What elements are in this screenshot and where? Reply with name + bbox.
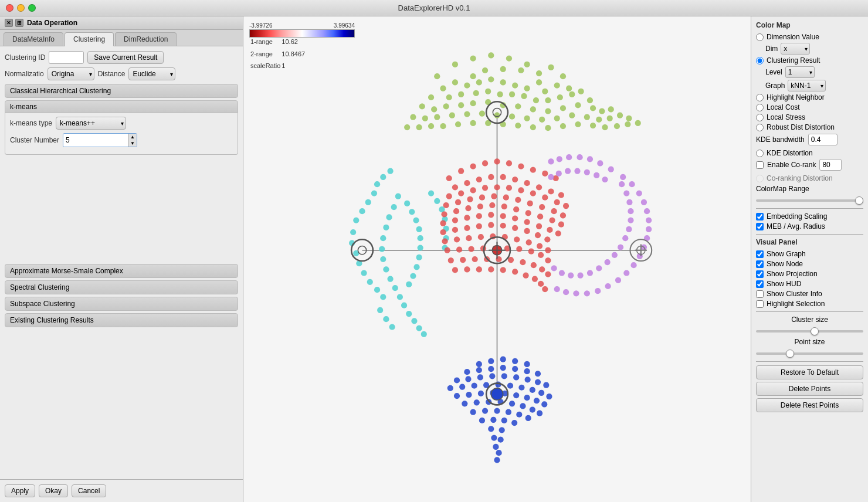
svg-point-358 (490, 417, 496, 423)
show-cluster-info-checkbox[interactable] (756, 290, 764, 298)
kmeans-type-select[interactable]: k-means++ k-means (56, 117, 126, 130)
svg-point-226 (468, 246, 474, 252)
kde-bandwidth-input[interactable] (808, 134, 838, 145)
delete-points-button[interactable]: Delete Points (756, 382, 863, 396)
spinner-down[interactable]: ▼ (128, 140, 137, 147)
minimize-button[interactable] (17, 4, 25, 12)
svg-point-359 (501, 418, 507, 423)
spinner-up[interactable]: ▲ (128, 134, 137, 140)
svg-point-55 (422, 116, 428, 121)
tab-dimreduction[interactable]: DimReduction (115, 32, 177, 46)
svg-point-247 (488, 266, 494, 272)
dim-value-radio[interactable] (756, 33, 764, 41)
point-size-slider[interactable] (756, 352, 863, 355)
cluster-number-input[interactable] (63, 134, 128, 147)
show-node-label: Show Node (767, 260, 803, 268)
cluster-size-slider[interactable] (756, 330, 863, 333)
show-graph-checkbox[interactable] (756, 250, 764, 258)
approximate-morse-section[interactable]: Approximate Morse-Smale Complex (5, 264, 238, 278)
svg-point-102 (380, 174, 386, 180)
normalization-select[interactable]: Origina (48, 67, 94, 80)
svg-point-289 (604, 259, 610, 265)
classical-hierarchical-section[interactable]: Classical Hierarchical Clustering (5, 84, 238, 98)
svg-point-22 (542, 89, 548, 94)
scatter-plot-svg[interactable] (243, 16, 751, 502)
enable-corank-checkbox[interactable] (756, 161, 764, 169)
highlight-selection-checkbox[interactable] (756, 300, 764, 308)
close-panel-icon[interactable]: ✕ (5, 19, 13, 27)
svg-point-121 (416, 325, 422, 331)
svg-point-302 (548, 174, 554, 180)
dock-panel-icon[interactable]: ⊞ (15, 19, 23, 27)
level-select-wrapper: 1 2 (785, 66, 815, 78)
restore-default-button[interactable]: Restore To Default (756, 365, 863, 379)
svg-point-82 (560, 123, 566, 129)
meb-avg-radius-checkbox[interactable] (756, 223, 764, 230)
save-current-result-button[interactable]: Save Current Result (87, 51, 164, 64)
svg-point-243 (545, 271, 551, 277)
okay-button[interactable]: Okay (39, 484, 68, 497)
corank-value-input[interactable] (819, 159, 842, 171)
colorbar-labels: -3.99726 3.99634 (249, 22, 355, 29)
svg-point-348 (520, 403, 525, 409)
svg-point-127 (418, 235, 423, 241)
graph-row: Graph kNN-1 kNN-2 (765, 80, 863, 91)
tab-clustering[interactable]: Clustering (65, 32, 114, 46)
embedding-scaling-checkbox[interactable] (756, 213, 764, 221)
show-projection-checkbox[interactable] (756, 270, 764, 278)
coranking-distortion-radio[interactable] (756, 175, 764, 182)
local-cost-radio[interactable] (756, 104, 764, 111)
highlight-neighbor-radio[interactable] (756, 94, 764, 101)
svg-point-196 (476, 213, 482, 219)
svg-point-69 (617, 113, 623, 118)
robust-dist-label: Robust Dist Distortion (767, 123, 835, 131)
distance-select[interactable]: Euclide (128, 67, 175, 80)
robust-dist-radio[interactable] (756, 124, 764, 131)
svg-point-272 (563, 289, 569, 295)
cancel-button[interactable]: Cancel (72, 484, 106, 497)
subspace-clustering-section[interactable]: Subspace Clustering (5, 297, 238, 311)
svg-point-150 (452, 184, 458, 190)
cluster-size-slider-container (756, 325, 863, 335)
svg-point-204 (440, 229, 446, 235)
delete-rest-points-button[interactable]: Delete Rest Points (756, 398, 863, 412)
svg-point-316 (465, 376, 471, 382)
dim-label: Dim (765, 45, 778, 53)
local-stress-radio[interactable] (756, 114, 764, 121)
svg-point-144 (494, 158, 500, 164)
level-select[interactable]: 1 2 (785, 66, 815, 78)
tab-datametainfo[interactable]: DataMetaInfo (4, 32, 63, 46)
svg-point-341 (534, 398, 540, 403)
clustering-result-radio[interactable] (756, 57, 764, 65)
svg-point-101 (374, 181, 380, 187)
svg-point-76 (470, 120, 476, 126)
viz-stats-table: 1-range 10.62 2-range 10.8467 scaleRatio… (249, 35, 306, 73)
maximize-button[interactable] (28, 4, 36, 12)
meb-avg-radius-label: MEB / Avg. Radius (767, 222, 825, 230)
clustering-id-input[interactable] (49, 51, 84, 64)
svg-point-355 (516, 412, 522, 418)
graph-select[interactable]: kNN-1 kNN-2 (788, 80, 826, 91)
svg-point-6 (536, 70, 542, 76)
spectral-clustering-section[interactable]: Spectral Clustering (5, 280, 238, 294)
colormap-range-slider[interactable] (756, 199, 863, 202)
close-button[interactable] (6, 4, 13, 12)
svg-point-80 (530, 124, 536, 130)
svg-point-0 (434, 73, 440, 79)
kde-distortion-radio[interactable] (756, 150, 764, 157)
apply-button[interactable]: Apply (5, 484, 35, 497)
kmeans-section-header[interactable]: k-means (5, 100, 238, 113)
svg-point-34 (545, 97, 551, 103)
svg-point-56 (434, 114, 440, 120)
scale-value: 1 (282, 60, 305, 72)
svg-point-194 (452, 217, 458, 223)
show-node-checkbox[interactable] (756, 260, 764, 268)
svg-point-65 (569, 113, 575, 118)
colorbar: -3.99726 3.99634 (249, 22, 355, 38)
svg-point-192 (558, 222, 564, 228)
svg-point-42 (458, 102, 464, 108)
show-hud-checkbox[interactable] (756, 280, 764, 288)
existing-clustering-section[interactable]: Existing Clustering Results (5, 313, 238, 327)
svg-point-189 (525, 210, 531, 216)
dim-select[interactable]: x y z (781, 43, 810, 55)
